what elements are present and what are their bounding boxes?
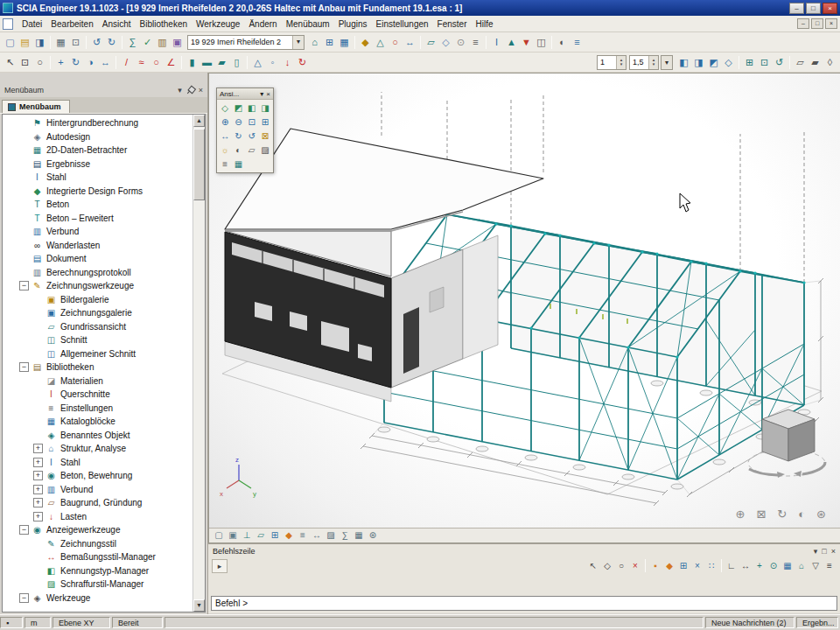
tree-expander-icon[interactable]: +: [33, 485, 43, 494]
render-icon[interactable]: ◐: [555, 35, 570, 50]
tree-item-anzeigewerkzeuge[interactable]: −◉Anzeigewerkzeuge: [3, 523, 192, 537]
view-front-icon[interactable]: ◧: [246, 102, 258, 115]
hinge-icon[interactable]: ◦: [265, 55, 280, 70]
view-axonometric-icon[interactable]: ◇: [219, 102, 231, 115]
beam-icon[interactable]: ▬: [200, 55, 214, 70]
zoom-out-icon[interactable]: ⊖: [232, 116, 244, 129]
ortho-icon[interactable]: ∟: [724, 559, 738, 572]
layers-toggle-icon[interactable]: ≡: [296, 529, 310, 542]
view-top-icon[interactable]: ◩: [232, 102, 244, 115]
tree-item-werkzeuge[interactable]: −◈Werkzeuge: [3, 592, 192, 606]
tree-item-zeichnungsgalerie[interactable]: ▣Zeichnungsgalerie: [3, 306, 192, 320]
menu-einstellungen[interactable]: Einstellungen: [372, 18, 433, 31]
menu-werkzeuge[interactable]: Werkzeuge: [192, 18, 244, 31]
open-project-icon[interactable]: ▤: [18, 35, 32, 50]
scale-spinner-1[interactable]: 1 ▴▾: [597, 55, 626, 70]
tree-item-grundrissansicht[interactable]: ▱Grundrissansicht: [3, 320, 192, 334]
tree-item-schraffurstil-manager[interactable]: ▨Schraffurstil-Manager: [3, 578, 192, 592]
clip-box-icon[interactable]: ⊠: [259, 130, 271, 143]
tree-item-querschnitte[interactable]: IQuerschnitte: [3, 388, 192, 402]
tree-item-wanderlasten[interactable]: ∞Wanderlasten: [3, 239, 192, 253]
tree-item-stahl[interactable]: +IStahl: [3, 456, 192, 470]
work-plane-icon[interactable]: ▱: [254, 529, 268, 542]
scale-dropdown-icon[interactable]: ▾: [661, 55, 673, 70]
scroll-thumb[interactable]: [193, 129, 205, 200]
load-icon[interactable]: ↓: [280, 55, 295, 70]
minimize-button[interactable]: –: [789, 3, 804, 14]
sum-icon[interactable]: ∑: [338, 529, 352, 542]
tree-item-2d-daten-betrachter[interactable]: ▦2D-Daten-Betrachter: [3, 144, 192, 158]
orbit-icon[interactable]: ↻: [232, 130, 244, 143]
hidden-line-icon[interactable]: ▨: [259, 144, 271, 157]
pan-icon[interactable]: ↔: [219, 130, 231, 143]
tree-item-einstellungen[interactable]: ≡Einstellungen: [3, 402, 192, 416]
load-case-icon[interactable]: ◆: [358, 35, 373, 50]
dot-grid-icon[interactable]: ∷: [704, 559, 718, 572]
document-icon[interactable]: ▥: [155, 35, 170, 50]
snap-grid-icon[interactable]: ⊞: [676, 559, 690, 572]
plate-icon[interactable]: ▰: [214, 55, 229, 70]
tree-item-bemaßungsstil-manager[interactable]: ↔Bemaßungsstil-Manager: [3, 550, 192, 564]
active-document-icon[interactable]: [3, 18, 13, 30]
command-input[interactable]: Befehl >: [211, 596, 837, 611]
tree-item-dokument[interactable]: ▤Dokument: [3, 252, 192, 266]
mirror-icon[interactable]: ◑: [83, 55, 98, 70]
tracking-icon[interactable]: ⊙: [766, 559, 780, 572]
layers-icon[interactable]: ≡: [570, 35, 584, 50]
shading-tool-icon[interactable]: ◐: [798, 508, 805, 520]
axes-toggle-icon[interactable]: ⊥: [240, 529, 254, 542]
layout-page-icon[interactable]: ▢: [212, 529, 226, 542]
wireframe-icon[interactable]: ▱: [246, 144, 258, 157]
snap-midpoint-icon[interactable]: ◆: [662, 559, 676, 572]
menu-bearbeiten[interactable]: Bearbeiten: [46, 18, 97, 31]
angle-icon[interactable]: ∠: [164, 55, 178, 70]
profile-icon[interactable]: I: [489, 35, 504, 50]
hatch-toggle-icon[interactable]: ▨: [324, 529, 338, 542]
zoom-window-icon[interactable]: ⊡: [246, 116, 258, 129]
mdi-close-button[interactable]: ×: [825, 18, 837, 29]
view-palette-header[interactable]: Ansi... ▾ ×: [217, 88, 273, 100]
tree-expander-icon[interactable]: −: [19, 525, 29, 535]
tree-item-baugrund-gründung[interactable]: +▱Baugrund, Gründung: [3, 496, 192, 510]
circle-icon[interactable]: ○: [149, 55, 164, 70]
zoom-in-icon[interactable]: ⊕: [219, 116, 231, 129]
palette-close-icon[interactable]: ×: [266, 90, 270, 98]
menu-datei[interactable]: Datei: [18, 18, 46, 31]
scale-spinner-2[interactable]: 1,5 ▴▾: [629, 55, 659, 70]
table-view-icon[interactable]: ▦: [352, 529, 366, 542]
tree-scrollbar[interactable]: ▲ ▼: [192, 115, 205, 612]
tree-expander-icon[interactable]: −: [19, 362, 29, 372]
tree-item-hintergrundberechnung[interactable]: ⚑Hintergrundberechnung: [3, 116, 192, 130]
tree-item-bibliotheken[interactable]: −▤Bibliotheken: [3, 360, 192, 374]
polyline-icon[interactable]: ≈: [134, 55, 149, 70]
tree-expander-icon[interactable]: +: [33, 512, 43, 522]
check-structure-icon[interactable]: ✓: [140, 35, 155, 50]
snap-endpoint-icon[interactable]: ▪: [648, 559, 662, 572]
tree-item-integrierte-design-forms[interactable]: ◆Integrierte Design Forms: [3, 185, 192, 199]
redo-icon[interactable]: ↻: [104, 35, 119, 50]
tree-item-beton-bewehrung[interactable]: +◉Beton, Bewehrung: [3, 469, 192, 483]
moment-icon[interactable]: ↻: [295, 55, 310, 70]
zoom-tool-icon[interactable]: ⊕: [736, 508, 746, 520]
menu-bibliotheken[interactable]: Bibliotheken: [136, 18, 192, 31]
list-icon[interactable]: ≡: [468, 35, 483, 50]
snap-toggle-icon[interactable]: ◆: [282, 529, 296, 542]
node-icon[interactable]: ○: [388, 35, 402, 50]
select-circle-icon[interactable]: ○: [614, 559, 628, 572]
calculation-icon[interactable]: ∑: [125, 35, 140, 50]
strip-settings-icon[interactable]: ⊛: [366, 529, 380, 542]
undo-icon[interactable]: ↺: [89, 35, 104, 50]
menu-ändern[interactable]: Ändern: [244, 18, 281, 31]
tree-item-kennungstyp-manager[interactable]: ◧Kennungstyp-Manager: [3, 564, 192, 578]
cmd-close-icon[interactable]: ×: [831, 547, 836, 556]
tree-item-katalogblöcke[interactable]: ▦Katalogblöcke: [3, 415, 192, 429]
tree-item-verbund[interactable]: +▥Verbund: [3, 483, 192, 497]
tree-item-schnitt[interactable]: ◫Schnitt: [3, 333, 192, 347]
wall-icon[interactable]: ▯: [229, 55, 244, 70]
tree-item-ergebnisse[interactable]: ▤Ergebnisse: [3, 158, 192, 172]
zoom-all-icon[interactable]: ⊞: [259, 116, 271, 129]
filter-icon[interactable]: ▽: [808, 559, 822, 572]
print-view-icon[interactable]: ▦: [232, 158, 244, 171]
grid-toggle-icon[interactable]: ⊞: [268, 529, 282, 542]
new-project-icon[interactable]: ▢: [3, 35, 18, 50]
